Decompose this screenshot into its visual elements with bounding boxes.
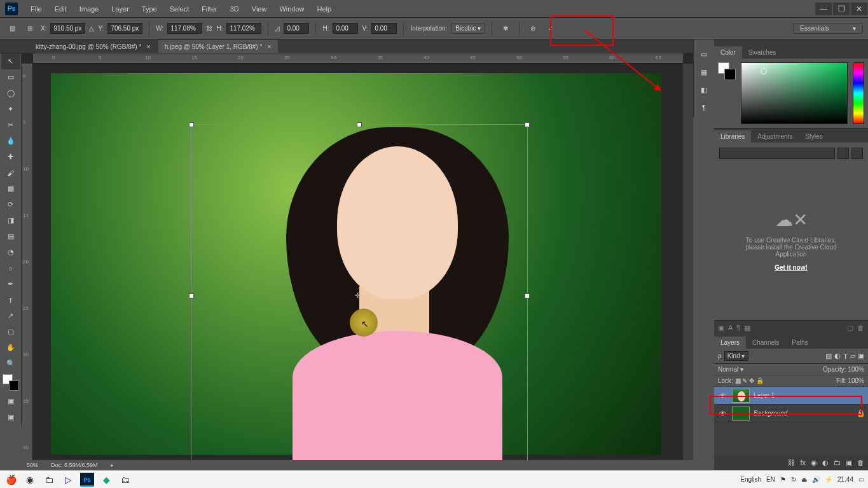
document-canvas[interactable]: ✛ xyxy=(51,73,661,455)
tab-layers[interactable]: Layers xyxy=(714,337,746,349)
get-it-now-link[interactable]: Get it now! xyxy=(775,264,808,271)
color-picker-field[interactable] xyxy=(741,62,848,124)
properties-panel-icon[interactable]: ▦ xyxy=(695,64,713,80)
gradient-tool[interactable]: ▤ xyxy=(1,228,20,244)
app-icon2[interactable]: 🗂 xyxy=(118,473,132,487)
move-tool[interactable]: ↖ xyxy=(1,53,20,69)
link-wh-icon[interactable]: ⛓ xyxy=(206,25,212,32)
status-arrow-icon[interactable]: ▸ xyxy=(111,462,114,468)
interpolation-select[interactable]: Bicubic ▾ xyxy=(451,23,485,34)
tab-paths[interactable]: Paths xyxy=(785,337,815,349)
menu-file[interactable]: File xyxy=(24,3,48,15)
filter-pixel-icon[interactable]: ▧ xyxy=(825,352,832,360)
tab-adjustments[interactable]: Adjustments xyxy=(751,130,799,143)
opacity-field[interactable]: 100% xyxy=(848,366,864,373)
app-icon[interactable]: ◆ xyxy=(99,473,113,487)
tray-clock[interactable]: 21.44 xyxy=(837,476,853,483)
menu-window[interactable]: Window xyxy=(273,3,310,15)
close-button[interactable]: ✕ xyxy=(851,3,867,15)
explorer-icon[interactable]: 🗀 xyxy=(42,473,56,487)
menu-edit[interactable]: Edit xyxy=(48,3,73,15)
menu-help[interactable]: Help xyxy=(311,3,338,15)
layer-thumbnail[interactable] xyxy=(732,389,750,403)
new-layer-icon[interactable]: ▣ xyxy=(846,459,852,467)
marquee-tool[interactable]: ▭ xyxy=(1,69,20,85)
tab-libraries[interactable]: Libraries xyxy=(714,130,751,143)
layer-fx-icon[interactable]: fx xyxy=(800,459,806,466)
menu-layer[interactable]: Layer xyxy=(105,3,135,15)
angle-field[interactable]: 0.00 xyxy=(284,23,309,34)
menu-select[interactable]: Select xyxy=(163,3,196,15)
photoshop-taskbar-icon[interactable]: Ps xyxy=(80,473,94,487)
layer-name[interactable]: Layer 1 xyxy=(754,392,865,399)
commit-transform-icon[interactable]: ✓ xyxy=(544,22,558,36)
document-tab[interactable]: kitty-zhang-00.jpg @ 50% (RGB/8#) *× xyxy=(29,40,157,53)
history-brush-tool[interactable]: ⟳ xyxy=(1,197,20,213)
menu-type[interactable]: Type xyxy=(135,3,163,15)
fg-bg-swatch[interactable] xyxy=(3,374,19,391)
document-tab[interactable]: h.jpeg @ 50% (Layer 1, RGB/8#) *× xyxy=(158,40,278,53)
screenmode-button[interactable]: ▣ xyxy=(1,409,20,425)
tray-action-center-icon[interactable]: ▭ xyxy=(858,476,864,483)
library-list-view-icon[interactable] xyxy=(851,148,863,159)
transform-handle-tl[interactable] xyxy=(189,122,194,127)
character-panel-icon[interactable]: ¶ xyxy=(695,99,713,116)
zoom-level[interactable]: 50% xyxy=(27,462,38,468)
maximize-button[interactable]: ❐ xyxy=(833,3,850,15)
rectangle-tool[interactable]: ▢ xyxy=(1,324,20,340)
skew-v-field[interactable]: 0.00 xyxy=(371,23,397,34)
wand-tool[interactable]: ✦ xyxy=(1,101,20,117)
lasso-tool[interactable]: ◯ xyxy=(1,85,20,101)
lock-paint-icon[interactable]: ✎ xyxy=(742,377,747,384)
lock-transparent-icon[interactable]: ▩ xyxy=(735,377,741,384)
hue-slider[interactable] xyxy=(853,62,864,124)
tab-close-icon[interactable]: × xyxy=(267,43,271,50)
layer-name[interactable]: Background xyxy=(754,410,853,417)
lang-indicator[interactable]: EN xyxy=(766,476,775,483)
lang-indicator-long[interactable]: English xyxy=(740,476,761,483)
layer-row[interactable]: 👁Layer 1 xyxy=(714,387,868,405)
transform-handle-mr[interactable] xyxy=(525,293,530,298)
filter-shape-icon[interactable]: ▱ xyxy=(850,352,855,360)
menu-image[interactable]: Image xyxy=(73,3,106,15)
chrome-icon[interactable]: ◉ xyxy=(23,473,37,487)
dodge-tool[interactable]: ○ xyxy=(1,260,20,276)
transform-handle-tr[interactable] xyxy=(525,122,530,127)
type-tool[interactable]: T xyxy=(1,292,20,308)
layer-thumbnail[interactable] xyxy=(732,407,750,421)
w-field[interactable]: 117.08% xyxy=(167,23,202,34)
new-adjustment-icon[interactable]: ◐ xyxy=(822,459,829,467)
filter-adjust-icon[interactable]: ◐ xyxy=(834,352,841,360)
transform-center-icon[interactable]: ✛ xyxy=(355,291,364,300)
fg-bg-swatch[interactable] xyxy=(718,62,736,80)
layer-visibility-icon[interactable]: 👁 xyxy=(717,392,728,400)
info-panel-icon[interactable]: ◧ xyxy=(695,81,713,98)
apple-icon[interactable]: 🍎 xyxy=(4,473,18,487)
lock-position-icon[interactable]: ✥ xyxy=(749,377,754,384)
library-select[interactable] xyxy=(719,148,835,159)
tray-battery-icon[interactable]: ⚡ xyxy=(825,476,832,483)
document-viewport[interactable]: ✛ xyxy=(33,64,683,460)
brush-tool[interactable]: 🖌 xyxy=(1,165,20,181)
library-grid-view-icon[interactable] xyxy=(837,148,849,159)
layer-mask-icon[interactable]: ◉ xyxy=(811,459,817,467)
heal-tool[interactable]: ✚ xyxy=(1,149,20,165)
lock-all-icon[interactable]: 🔒 xyxy=(756,377,764,384)
zoom-tool[interactable]: 🔍 xyxy=(1,356,20,372)
tab-close-icon[interactable]: × xyxy=(146,43,150,50)
tab-styles[interactable]: Styles xyxy=(799,130,829,143)
tray-usb-icon[interactable]: ⏏ xyxy=(801,476,807,483)
skew-h-field[interactable]: 0.00 xyxy=(333,23,358,34)
x-field[interactable]: 910.50 px xyxy=(50,23,85,34)
path-select-tool[interactable]: ↗ xyxy=(1,308,20,324)
tab-channels[interactable]: Channels xyxy=(746,337,785,349)
tray-flag-icon[interactable]: ⚑ xyxy=(780,476,786,483)
quickmask-button[interactable]: ▣ xyxy=(1,393,20,409)
tab-swatches[interactable]: Swatches xyxy=(742,46,782,59)
eyedropper-tool[interactable]: 💧 xyxy=(1,133,20,149)
menu-view[interactable]: View xyxy=(245,3,273,15)
transform-handle-tc[interactable] xyxy=(357,122,362,127)
filter-smart-icon[interactable]: ▣ xyxy=(858,352,864,360)
lib-trash-icon[interactable]: 🗑 xyxy=(857,324,864,331)
menu-filter[interactable]: Filter xyxy=(195,3,223,15)
